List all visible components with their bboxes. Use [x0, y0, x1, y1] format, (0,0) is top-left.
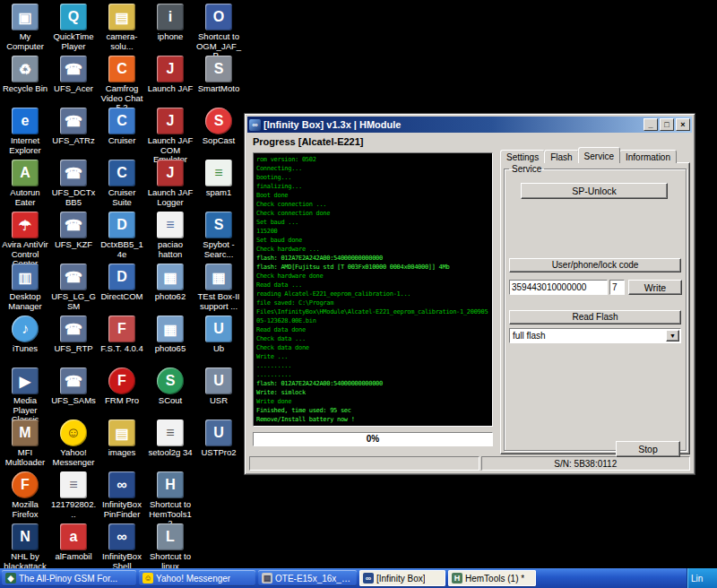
- desktop-icon-mfi-multloader[interactable]: MMFI Multloader: [2, 419, 48, 467]
- desktop-icon-cruiser[interactable]: CCruiser: [99, 108, 145, 146]
- desktop-icon-cruiser-suite[interactable]: CCruiser Suite: [99, 160, 145, 207]
- tab-flash[interactable]: Flash: [544, 150, 578, 163]
- desktop-icon-shortcut-to-ogm-jaf-p[interactable]: OShortcut to OGM_JAF_P...: [195, 4, 242, 61]
- desktop-icon-ufs-atrz[interactable]: ☎UFS_ATRz: [50, 108, 97, 146]
- setool2g-34-icon: ≡: [157, 419, 184, 446]
- desktop-icon-ufs-dctxbb5[interactable]: ☎UFS_DCTxBB5: [50, 160, 97, 207]
- desktop-icon-paciao-hatton[interactable]: ≡paciao hatton: [147, 212, 194, 259]
- launch-jaf-icon: J: [157, 56, 184, 82]
- desktop-icon-my-computer[interactable]: ▣My Computer: [2, 4, 48, 51]
- desktop-icon-quicktime-player[interactable]: QQuickTime Player: [50, 4, 97, 51]
- taskbar: ◆The All-Pinoy GSM For...☺Yahoo! Messeng…: [0, 568, 717, 588]
- desktop-icon-recycle-bin[interactable]: ♻Recycle Bin: [2, 56, 48, 94]
- desktop-icon-desktop-manager[interactable]: ▥Desktop Manager: [2, 264, 48, 311]
- desktop-icon-test-box-ii-support[interactable]: ▦TEst Box-II support ...: [195, 264, 242, 311]
- sp-unlock-button[interactable]: SP-Unlock: [521, 183, 668, 199]
- desktop-icon-images[interactable]: ▤images: [99, 419, 145, 458]
- desktop-icon-mozilla-firefox[interactable]: FMozilla Firefox: [2, 471, 48, 519]
- taskbar-button-yahoo-messenger[interactable]: ☺Yahoo! Messenger: [139, 570, 255, 586]
- log-line: Check data done: [256, 343, 489, 352]
- desktop-icon-yahoo-messenger[interactable]: ☺Yahoo! Messenger: [50, 419, 97, 467]
- desktop-icon-ustpro2[interactable]: UUSTPro2: [195, 419, 242, 458]
- desktop-icon-label: setool2g 34: [147, 448, 194, 458]
- desktop-icon-internet-explorer[interactable]: eInternet Explorer: [2, 108, 48, 155]
- desktop-icon-ufs-rtp[interactable]: ☎UFS_RTP: [50, 316, 97, 354]
- taskbar-button-the-all-pinoy-gsm-for[interactable]: ◆The All-Pinoy GSM For...: [2, 570, 136, 586]
- window-titlebar[interactable]: ∞ [Infinity Box] v1.3x | HModule _ □ ×: [247, 117, 692, 133]
- desktop-icon-label: FRM Pro: [99, 396, 145, 406]
- desktop-icon-ub[interactable]: UUb: [195, 316, 242, 354]
- desktop-icon-setool2g-34[interactable]: ≡setool2g 34: [147, 419, 194, 458]
- chevron-down-icon[interactable]: ▼: [666, 330, 679, 342]
- desktop-icon-infinitybox-shell[interactable]: ∞InfinityBox Shell: [99, 523, 145, 571]
- desktop-icon-shortcut-to-hemtools12[interactable]: HShortcut to HemTools12: [147, 471, 194, 529]
- desktop-icon-sopcast[interactable]: SSopCast: [195, 108, 242, 146]
- desktop-icon-spybot-searc[interactable]: SSpybot - Searc...: [195, 212, 242, 259]
- lock-code-input[interactable]: [509, 280, 608, 295]
- launch-jaf-com-emulator-icon: J: [157, 108, 184, 134]
- desktop-icon-label: Ub: [195, 344, 242, 354]
- desktop-icon-usr[interactable]: UUSR: [195, 368, 242, 406]
- code-count-input[interactable]: [609, 280, 625, 295]
- desktop-icon-121792802[interactable]: ≡121792802...: [50, 471, 97, 519]
- tray-text: Lin: [691, 574, 703, 584]
- desktop-icon-autorun-eater[interactable]: AAutorun Eater: [2, 160, 48, 207]
- desktop-icon-alfamobil[interactable]: aalFamobil: [50, 523, 97, 562]
- close-button[interactable]: ×: [676, 118, 690, 131]
- desktop-icon-nhl-by-blackattack[interactable]: NNHL by blackattack: [2, 523, 48, 571]
- service-group-label: Service: [509, 164, 544, 174]
- log-line: booting...: [256, 173, 489, 182]
- desktop-icon-frm-pro[interactable]: FFRM Pro: [99, 368, 145, 406]
- tab-information[interactable]: Information: [619, 150, 677, 163]
- tab-service[interactable]: Service: [578, 147, 620, 163]
- taskbar-button-hemtools-1[interactable]: HHemTools (1) *: [448, 570, 536, 586]
- desktop-icon-launch-jaf-logger[interactable]: JLaunch JAF Logger: [147, 160, 194, 207]
- mozilla-firefox-icon: F: [12, 471, 39, 498]
- desktop-icon-photo65[interactable]: ▦photo65: [147, 316, 194, 354]
- desktop-icon-smartmoto[interactable]: SSmartMoto: [195, 56, 242, 94]
- desktop-icon-ufs-kzf[interactable]: ☎UFS_KZF: [50, 212, 97, 250]
- stop-button[interactable]: Stop: [616, 441, 680, 457]
- dctxbb5-14e-icon: D: [108, 212, 135, 238]
- desktop-icon-ufs-sams[interactable]: ☎UFS_SAMs: [50, 368, 97, 406]
- desktop-icon-photo62[interactable]: ▦photo62: [147, 264, 194, 302]
- taskbar-button-ote-e15x-16x-25x[interactable]: ▤OTE-E15x_16x_25x - ...: [258, 570, 357, 586]
- desktop-icon-label: QuickTime Player: [50, 32, 97, 51]
- iphone-icon: i: [157, 4, 184, 30]
- desktop-icon-media-player-classic[interactable]: ▶Media Player Classic: [2, 368, 48, 425]
- avira-antivir-control-center-icon: ☂: [12, 212, 39, 238]
- desktop-icon-infinitybox-pinfinder[interactable]: ∞InfinityBox PinFinder: [99, 471, 145, 519]
- log-line: flash: AMD[Fujitsu std [T 003Fx010000 00…: [256, 263, 489, 272]
- desktop-icon-spam1[interactable]: ≡spam1: [195, 160, 242, 198]
- flash-type-combobox[interactable]: full flash ▼: [509, 328, 681, 343]
- log-line: file saved: C:\Program: [256, 298, 489, 307]
- desktop-icon-directcom[interactable]: DDirectCOM: [99, 264, 145, 302]
- minimize-button[interactable]: _: [644, 118, 658, 131]
- desktop-icon-shortcut-to-linux[interactable]: LShortcut to linux: [147, 523, 194, 571]
- taskbar-button-infinity-box[interactable]: ∞[Infinity Box]: [359, 570, 445, 586]
- desktop-icon-iphone[interactable]: iiphone: [147, 4, 194, 42]
- maximize-button[interactable]: □: [660, 118, 674, 131]
- desktop-icon-camera-solu[interactable]: ▤camera-solu...: [99, 4, 145, 51]
- user-phone-lock-code-button[interactable]: User/phone/lock code: [509, 258, 681, 272]
- desktop-icon-launch-jaf[interactable]: JLaunch JAF: [147, 56, 194, 94]
- desktop-icon-f-s-t-4-0-4[interactable]: FF.S.T. 4.0.4: [99, 316, 145, 354]
- desktop-icon-label: UFS_KZF: [50, 240, 97, 250]
- ote-e15x-16x-25x-icon: ▤: [262, 573, 272, 584]
- desktop-icon-camfrog-video-chat-5-2[interactable]: CCamfrog Video Chat 5.2: [99, 56, 145, 113]
- desktop-icon-ufs-acer[interactable]: ☎UFS_Acer: [50, 56, 97, 94]
- log-line: Check hardware ...: [256, 245, 489, 254]
- desktop-icon-dctxbb5-14e[interactable]: DDctxBB5_14e: [99, 212, 145, 259]
- read-flash-button[interactable]: Read Flash: [509, 310, 681, 324]
- tab-settings[interactable]: Settings: [500, 150, 545, 163]
- desktop-icon-ufs-lg-gsm[interactable]: ☎UFS_LG_GSM: [50, 264, 97, 311]
- system-tray[interactable]: Lin: [687, 568, 717, 588]
- desktop-icon-itunes[interactable]: ♪iTunes: [2, 316, 48, 354]
- write-button[interactable]: Write: [628, 280, 682, 295]
- recycle-bin-icon: ♻: [12, 56, 39, 82]
- mfi-multloader-icon: M: [12, 419, 39, 446]
- desktop-icon-label: My Computer: [2, 32, 48, 51]
- desktop-icon-scout[interactable]: SSCout: [147, 368, 194, 406]
- desktop-icon-launch-jaf-com-emulator[interactable]: JLaunch JAF COM Emulator: [147, 108, 194, 165]
- desktop-icon-avira-antivir-control-center[interactable]: ☂Avira AntiVir Control Center: [2, 212, 48, 269]
